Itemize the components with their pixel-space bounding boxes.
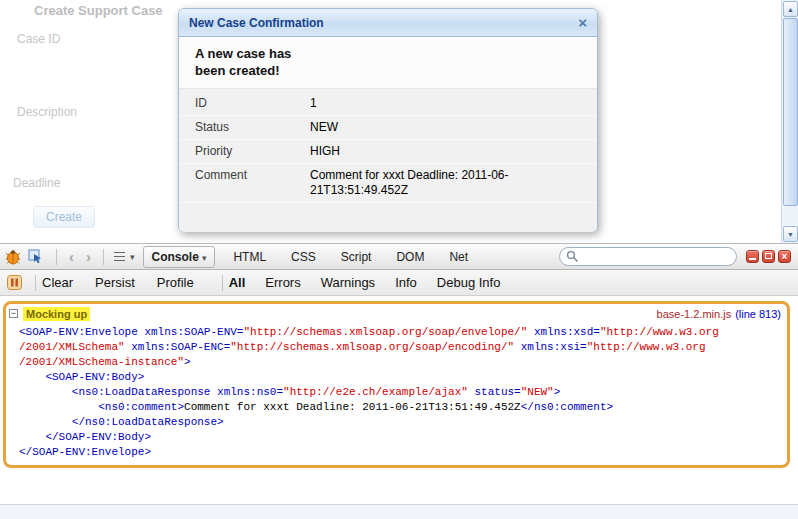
close-button[interactable]: ×: [778, 250, 791, 263]
nav-forward-icon[interactable]: ›: [86, 249, 91, 264]
page-title: Create Support Case: [34, 3, 163, 18]
xml-line: /2001/XMLSchema-instance">: [19, 355, 783, 370]
dialog-message-line: A new case has: [195, 45, 581, 62]
tab-net[interactable]: Net: [443, 247, 474, 267]
tab-dom[interactable]: DOM: [390, 247, 430, 267]
dialog-row: StatusNEW: [179, 116, 597, 140]
clear-button[interactable]: Clear: [42, 275, 73, 290]
profile-button[interactable]: Profile: [157, 275, 194, 290]
close-icon: ×: [779, 251, 790, 262]
dialog-message: A new case has been created!: [179, 37, 597, 89]
dialog-header: New Case Confirmation ×: [179, 9, 597, 37]
xml-line: <SOAP-ENV:Body>: [19, 370, 783, 385]
window-buttons: ×: [746, 250, 791, 263]
dialog-body: A new case has been created! ID1StatusNE…: [179, 37, 597, 232]
page-scrollbar[interactable]: ▲ ▼: [781, 0, 798, 243]
filter-all[interactable]: All: [229, 275, 246, 290]
filter-buttons: AllErrorsWarningsInfoDebug Info: [229, 275, 521, 290]
close-icon[interactable]: ×: [578, 16, 587, 30]
dropdown-caret-icon: ▾: [202, 253, 207, 263]
tab-console[interactable]: Console▾: [143, 246, 216, 268]
scroll-down-icon[interactable]: ▼: [783, 226, 798, 242]
search-input[interactable]: [559, 247, 737, 266]
xml-line: <ns0:LoadDataResponse xmlns:ns0="http://…: [19, 385, 783, 400]
field-label-deadline: Deadline: [13, 176, 60, 190]
dialog-row-value: HIGH: [310, 144, 568, 159]
scroll-up-icon[interactable]: ▲: [783, 1, 798, 17]
console-history-icon[interactable]: [114, 252, 125, 261]
dialog-message-line: been created!: [195, 62, 581, 79]
filter-warnings[interactable]: Warnings: [321, 275, 375, 290]
detach-window-button[interactable]: [762, 250, 775, 263]
filter-info[interactable]: Info: [395, 275, 417, 290]
inspect-icon[interactable]: [28, 249, 43, 264]
toolbar-separator: [56, 249, 57, 265]
xml-line: <SOAP-ENV:Envelope xmlns:SOAP-ENV="http:…: [19, 325, 783, 340]
page-content: Create Support Case Case ID Description …: [0, 0, 798, 243]
dropdown-caret-icon[interactable]: ▾: [130, 252, 135, 262]
xml-line: /2001/XMLSchema" xmlns:SOAP-ENC="http://…: [19, 340, 783, 355]
new-case-confirmation-dialog: New Case Confirmation × A new case has b…: [178, 8, 598, 232]
console-log-group: − Mocking up base-1.2.min.js(line 813) <…: [3, 301, 790, 468]
tab-css[interactable]: CSS: [285, 247, 322, 267]
break-on-all-icon[interactable]: [7, 275, 22, 290]
field-label-description: Description: [17, 105, 77, 119]
persist-button[interactable]: Persist: [95, 275, 135, 290]
nav-back-icon[interactable]: ‹: [69, 249, 74, 264]
dialog-row-label: Status: [195, 120, 310, 135]
dialog-row-value: 1: [310, 96, 568, 111]
command-line[interactable]: [0, 504, 798, 519]
filter-errors[interactable]: Errors: [265, 275, 300, 290]
dialog-row: PriorityHIGH: [179, 140, 597, 164]
source-line: (line 813): [735, 308, 781, 320]
toolbar-separator: [35, 275, 36, 291]
xml-line: </SOAP-ENV:Body>: [19, 430, 783, 445]
console-panel: − Mocking up base-1.2.min.js(line 813) <…: [0, 296, 798, 504]
toolbar-separator: [103, 249, 104, 265]
create-button[interactable]: Create: [33, 206, 95, 228]
dialog-row-value: Comment for xxxt Deadline: 2011-06-21T13…: [310, 168, 568, 198]
search-box: [559, 247, 737, 266]
app-window: Create Support Case Case ID Description …: [0, 0, 798, 519]
firebug-toolbar: ‹ › ▾ Console▾HTMLCSSScriptDOMNet ×: [0, 243, 798, 270]
search-icon: [566, 250, 579, 263]
xml-log: <SOAP-ENV:Envelope xmlns:SOAP-ENV="http:…: [6, 321, 787, 460]
dialog-row: ID1: [179, 92, 597, 116]
dialog-row-label: Comment: [195, 168, 310, 198]
xml-line: </SOAP-ENV:Envelope>: [19, 445, 783, 460]
detach-window-icon: [765, 253, 772, 259]
log-header: − Mocking up base-1.2.min.js(line 813): [6, 304, 787, 321]
firebug-filter-toolbar: ClearPersistProfile AllErrorsWarningsInf…: [0, 270, 798, 296]
source-file: base-1.2.min.js: [657, 308, 732, 320]
dialog-title: New Case Confirmation: [189, 16, 324, 30]
dialog-row-value: NEW: [310, 120, 568, 135]
dialog-row: CommentComment for xxxt Deadline: 2011-0…: [179, 164, 597, 203]
xml-line: </ns0:LoadDataResponse>: [19, 415, 783, 430]
source-link[interactable]: base-1.2.min.js(line 813): [657, 308, 781, 320]
tab-html[interactable]: HTML: [227, 247, 272, 267]
xml-line: <ns0:comment>Comment for xxxt Deadline: …: [19, 400, 783, 415]
filter-debug-info[interactable]: Debug Info: [437, 275, 501, 290]
minimize-button[interactable]: [746, 250, 759, 263]
dialog-rows: ID1StatusNEWPriorityHIGHCommentComment f…: [179, 92, 597, 203]
scrollbar-thumb[interactable]: [783, 18, 798, 206]
log-group-title: Mocking up: [23, 307, 90, 321]
tab-script[interactable]: Script: [335, 247, 378, 267]
firebug-icon[interactable]: [5, 249, 21, 265]
minimize-icon: [749, 258, 756, 260]
dialog-row-label: Priority: [195, 144, 310, 159]
panel-tabs: Console▾HTMLCSSScriptDOMNet: [143, 246, 488, 268]
field-label-case-id: Case ID: [17, 32, 60, 46]
collapse-toggle-icon[interactable]: −: [9, 309, 18, 318]
toolbar-separator: [222, 275, 223, 291]
dialog-row-label: ID: [195, 96, 310, 111]
console-actions: ClearPersistProfile: [42, 275, 216, 290]
